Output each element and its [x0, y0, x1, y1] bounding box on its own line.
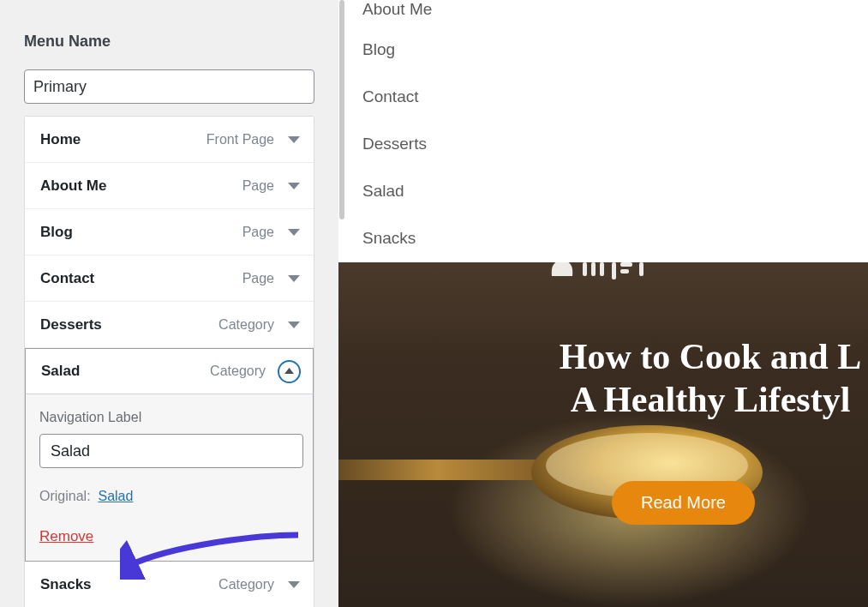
chevron-down-icon[interactable] [286, 577, 302, 592]
chevron-down-icon[interactable] [286, 317, 302, 333]
menu-item-contact[interactable]: Contact Page [25, 255, 314, 302]
menu-item-type: Category [210, 364, 266, 379]
hero-title-line2: A Healthy Lifestyl [544, 379, 868, 422]
hero-section: How to Cook and L A Healthy Lifestyl Rea… [338, 262, 868, 607]
preview-nav-about-me[interactable]: About Me [362, 0, 868, 26]
menu-item-title: Desserts [40, 316, 102, 334]
svg-marker-4 [288, 322, 300, 328]
navigation-label-input[interactable] [39, 434, 303, 468]
original-row: Original: Salad [39, 489, 299, 504]
svg-rect-12 [620, 269, 629, 273]
chevron-down-icon[interactable] [286, 271, 302, 286]
menu-name-label: Menu Name [24, 33, 314, 51]
menu-items-list: Home Front Page About Me Page [24, 116, 314, 607]
menu-item-about-me[interactable]: About Me Page [25, 163, 314, 209]
svg-marker-3 [288, 275, 300, 282]
menu-item-salad[interactable]: Salad Category [25, 348, 314, 394]
scrollbar-thumb[interactable] [339, 0, 344, 219]
preview-nav-desserts[interactable]: Desserts [362, 120, 868, 167]
menu-item-type: Page [242, 225, 274, 240]
svg-rect-8 [591, 262, 596, 276]
site-logo-icon [543, 262, 663, 286]
read-more-button[interactable]: Read More [612, 481, 755, 525]
svg-rect-11 [620, 262, 632, 267]
menu-name-input[interactable] [24, 69, 314, 104]
scrollbar-track [338, 0, 345, 219]
menu-item-home[interactable]: Home Front Page [25, 117, 314, 163]
menu-item-type: Category [218, 577, 274, 592]
preview-nav-snacks[interactable]: Snacks [362, 214, 868, 261]
svg-marker-1 [288, 183, 300, 189]
menu-item-title: About Me [40, 177, 106, 195]
menu-item-type: Page [242, 271, 274, 286]
chevron-down-icon[interactable] [286, 225, 302, 240]
original-prefix: Original: [39, 489, 91, 503]
menu-item-blog[interactable]: Blog Page [25, 209, 314, 255]
menu-item-snacks[interactable]: Snacks Category [25, 562, 314, 607]
site-preview: About Me Blog Contact Desserts Salad Sna… [338, 0, 868, 607]
preview-nav-salad[interactable]: Salad [362, 167, 868, 214]
svg-marker-5 [284, 368, 294, 374]
menu-item-title: Blog [40, 224, 73, 241]
menu-item-editor: Navigation Label Original: Salad Remove [25, 394, 314, 562]
preview-nav-contact[interactable]: Contact [362, 73, 868, 120]
chevron-up-icon[interactable] [278, 360, 301, 383]
original-link[interactable]: Salad [98, 489, 133, 503]
preview-nav-blog[interactable]: Blog [362, 26, 868, 73]
customizer-sidebar: Menu Name Home Front Page About Me [0, 0, 338, 607]
preview-nav-menu: About Me Blog Contact Desserts Salad Sna… [338, 0, 868, 261]
menu-item-title: Snacks [40, 576, 92, 593]
menu-item-desserts[interactable]: Desserts Category [25, 302, 314, 348]
menu-item-title: Contact [40, 270, 94, 287]
remove-button[interactable]: Remove [39, 528, 93, 545]
hero-title-line1: How to Cook and L [544, 336, 868, 379]
svg-rect-13 [639, 262, 644, 276]
svg-rect-9 [600, 262, 604, 276]
menu-item-type: Category [218, 317, 274, 333]
svg-marker-2 [288, 229, 300, 236]
chevron-down-icon[interactable] [286, 132, 302, 147]
menu-item-title: Home [40, 131, 81, 148]
menu-item-type: Page [242, 178, 274, 194]
svg-marker-6 [288, 581, 300, 588]
menu-item-type: Front Page [207, 132, 274, 147]
navigation-label-caption: Navigation Label [39, 410, 299, 425]
svg-rect-10 [612, 262, 616, 279]
chevron-down-icon[interactable] [286, 178, 302, 194]
svg-marker-0 [288, 136, 300, 143]
hero-title: How to Cook and L A Healthy Lifestyl [544, 336, 868, 421]
svg-rect-7 [583, 262, 587, 276]
customizer-workspace: Menu Name Home Front Page About Me [0, 0, 868, 607]
menu-item-title: Salad [41, 363, 80, 380]
